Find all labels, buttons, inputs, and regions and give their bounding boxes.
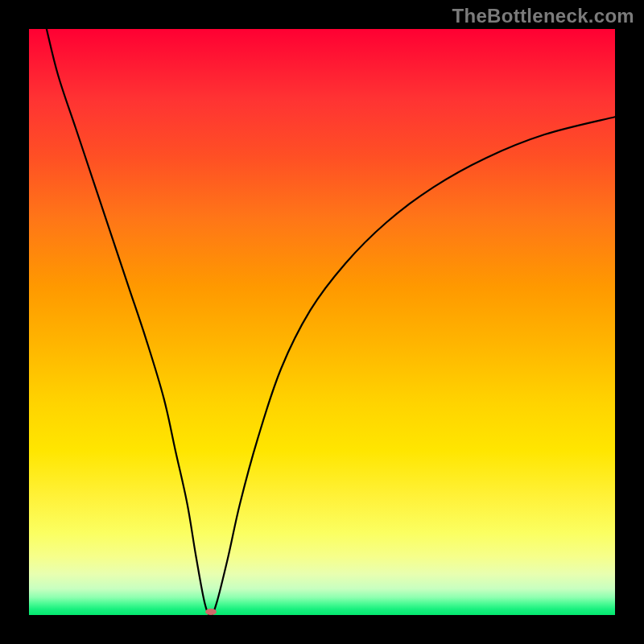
plot-area: [29, 29, 615, 615]
chart-frame: TheBottleneck.com: [0, 0, 644, 644]
optimum-marker: [205, 609, 217, 615]
watermark-text: TheBottleneck.com: [452, 5, 634, 27]
bottleneck-curve: [47, 29, 615, 615]
curve-svg: [29, 29, 615, 615]
